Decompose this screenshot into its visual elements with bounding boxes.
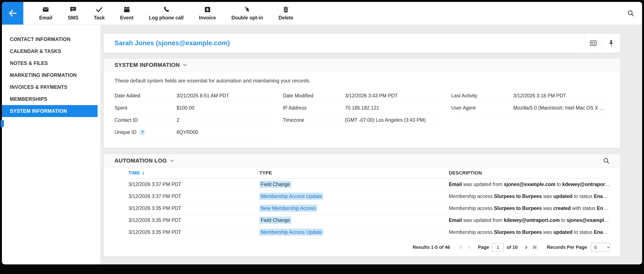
card-view-icon <box>590 39 597 47</box>
field-row-spent: Spent$100.00 <box>114 102 273 114</box>
previous-page-button[interactable] <box>466 243 474 251</box>
contact-name-link[interactable]: Sarah Jones (sjones@example.com) <box>104 39 230 47</box>
back-arrow-icon <box>8 8 18 18</box>
sidebar-item-memberships[interactable]: MEMBERSHIPS <box>2 93 100 105</box>
field-label: Contact ID <box>114 117 176 123</box>
log-table-header-row: TIME TYPE DESCRIPTION <box>128 167 610 178</box>
toolbar-button-sms[interactable]: SMS <box>60 2 86 24</box>
log-time: 3/12/2026 3:35 PM PDT <box>128 205 260 211</box>
column-header-description[interactable]: DESCRIPTION <box>449 170 610 176</box>
field-label: User Agent <box>451 105 513 111</box>
toolbar-button-log-phone-call[interactable]: Log phone call <box>141 2 191 24</box>
field-row-timezone: Timezone(GMT -07:00) Los Angeles (3:43 P… <box>283 114 441 126</box>
search-icon <box>627 10 634 17</box>
toolbar-button-double-opt-in[interactable]: Double opt-in <box>224 2 271 24</box>
help-icon[interactable]: ? <box>139 129 146 136</box>
column-header-time[interactable]: TIME <box>128 170 260 176</box>
log-time: 3/12/2026 3:37 PM PDT <box>128 193 260 199</box>
last-page-button[interactable] <box>530 243 538 251</box>
field-row-contact-id: Contact ID2 <box>114 114 273 126</box>
log-description: Email was updated from sjones@example.co… <box>449 181 610 187</box>
field-label: Timezone <box>283 117 345 123</box>
side-panel-handle[interactable] <box>1 120 4 127</box>
system-information-card: SYSTEM INFORMATION These default system … <box>104 58 620 148</box>
column-header-type[interactable]: TYPE <box>260 170 449 176</box>
field-value: 70.185.182.121 <box>345 105 441 111</box>
log-search-button[interactable] <box>601 156 612 166</box>
toolbar-button-label: Double opt-in <box>231 15 263 21</box>
field-value: 3/12/2026 3:18 PM PDT <box>513 93 609 99</box>
log-type-field-change[interactable]: Field Change <box>260 181 291 188</box>
log-description: Membership access Slurpees to Burpees wa… <box>449 229 610 235</box>
field-value: 2 <box>176 117 273 123</box>
log-type-cell: Membership Access Update <box>260 229 449 235</box>
system-fields-column: Date Added3/21/2025 8:51 AM PDTSpent$100… <box>114 90 273 138</box>
section-title: AUTOMATION LOG <box>114 157 167 164</box>
log-type-new-membership-access[interactable]: New Membership Access <box>260 205 317 212</box>
toolbar-button-invoice[interactable]: $Invoice <box>191 2 224 24</box>
field-value: 8QYR000 <box>176 130 273 135</box>
toolbar-button-delete[interactable]: Delete <box>271 2 301 24</box>
section-title: SYSTEM INFORMATION <box>114 62 180 68</box>
page-label: Page <box>478 245 489 250</box>
contact-header-actions <box>584 34 620 53</box>
phone-icon <box>163 6 170 13</box>
email-icon <box>42 6 49 13</box>
app-window: EmailSMSTaskEventLog phone call$InvoiceD… <box>2 2 642 264</box>
sidebar-item-calendar-tasks[interactable]: CALENDAR & TASKS <box>2 45 100 57</box>
log-description: Email was updated from kdewey@ontraport.… <box>449 217 610 223</box>
log-table-body: 3/12/2026 3:37 PM PDTField ChangeEmail w… <box>128 178 610 238</box>
sidebar-item-marketing-information[interactable]: MARKETING INFORMATION <box>2 69 100 81</box>
toolbar-button-email[interactable]: Email <box>32 2 60 24</box>
log-type-membership-access-update[interactable]: Membership Access Update <box>260 229 323 236</box>
sidebar-item-system-information[interactable]: SYSTEM INFORMATION <box>2 105 98 117</box>
sidebar-nav: CONTACT INFORMATIONCALENDAR & TASKSNOTES… <box>2 25 100 264</box>
first-page-button[interactable] <box>457 243 466 251</box>
card-view-button[interactable] <box>584 34 602 53</box>
field-label: Last Activity <box>451 93 513 99</box>
sidebar-item-contact-information[interactable]: CONTACT INFORMATION <box>2 33 100 45</box>
log-type-cell: Field Change <box>260 217 449 223</box>
column-header-time-label: TIME <box>128 170 140 176</box>
sidebar-item-invoices-payments[interactable]: INVOICES & PAYMENTS <box>2 81 100 93</box>
page-number-input[interactable] <box>492 243 504 252</box>
next-page-button[interactable] <box>522 243 530 251</box>
toolbar-button-label: Task <box>94 15 105 21</box>
field-label: Unique ID? <box>114 129 176 136</box>
pagination-bar: Results 1-5 of 46 Page of 10 <box>104 238 620 256</box>
sms-icon <box>70 6 76 13</box>
field-label: Date Modified <box>283 93 345 99</box>
top-toolbar: EmailSMSTaskEventLog phone call$InvoiceD… <box>2 2 642 25</box>
log-table-row: 3/12/2026 3:37 PM PDTField ChangeEmail w… <box>128 178 610 190</box>
pin-button[interactable] <box>602 34 620 53</box>
automation-log-section-header[interactable]: AUTOMATION LOG <box>104 154 620 167</box>
toolbar-button-label: Invoice <box>199 15 216 21</box>
page-of-label: of 10 <box>506 245 518 250</box>
chevron-down-icon <box>183 64 187 66</box>
log-table-row: 3/12/2026 3:35 PM PDTMembership Access U… <box>128 226 610 238</box>
back-button[interactable] <box>2 2 23 24</box>
log-type-field-change[interactable]: Field Change <box>260 217 291 224</box>
results-count: Results 1-5 of 46 <box>413 245 450 250</box>
toolbar-search-button[interactable] <box>625 7 636 19</box>
field-label: Date Added <box>114 93 176 99</box>
log-time: 3/12/2026 3:35 PM PDT <box>128 229 260 235</box>
toolbar-button-label: SMS <box>68 15 78 21</box>
log-description: Membership access Slurpees to Burpees wa… <box>449 193 610 199</box>
field-row-date-modified: Date Modified3/12/2026 3:43 PM PDT <box>283 90 441 102</box>
log-type-cell: New Membership Access <box>260 205 449 211</box>
records-per-page-select[interactable]: 5 <box>591 243 610 252</box>
task-icon <box>96 6 103 13</box>
main-content: Sarah Jones (sjones@example.com) <box>100 25 642 264</box>
toolbar-button-task[interactable]: Task <box>86 2 112 24</box>
system-information-section-header[interactable]: SYSTEM INFORMATION <box>104 58 620 72</box>
pin-icon <box>608 39 615 47</box>
log-type-membership-access-update[interactable]: Membership Access Update <box>260 193 323 200</box>
sidebar-item-notes-files[interactable]: NOTES & FILES <box>2 57 100 69</box>
field-value: 3/12/2026 3:43 PM PDT <box>345 93 441 99</box>
field-row-ip-address: IP Address70.185.182.121 <box>283 102 441 114</box>
toolbar-button-event[interactable]: Event <box>112 2 141 24</box>
chevron-down-icon <box>170 159 174 162</box>
field-row-date-added: Date Added3/21/2025 8:51 AM PDT <box>114 90 273 102</box>
toolbar-button-label: Delete <box>278 15 293 21</box>
